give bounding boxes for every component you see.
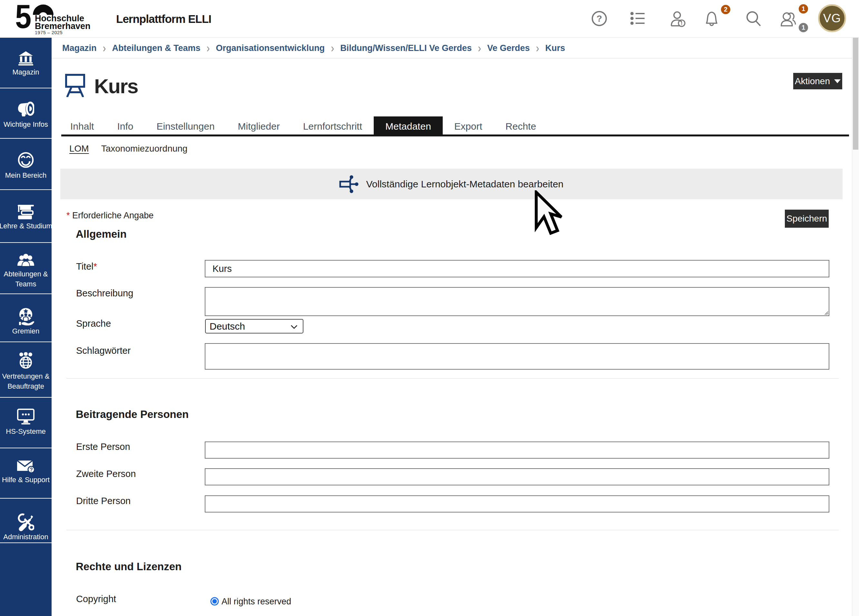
svg-text:?: ?: [597, 14, 602, 23]
svg-text:?: ?: [30, 467, 33, 472]
svg-text:!: !: [681, 20, 683, 26]
